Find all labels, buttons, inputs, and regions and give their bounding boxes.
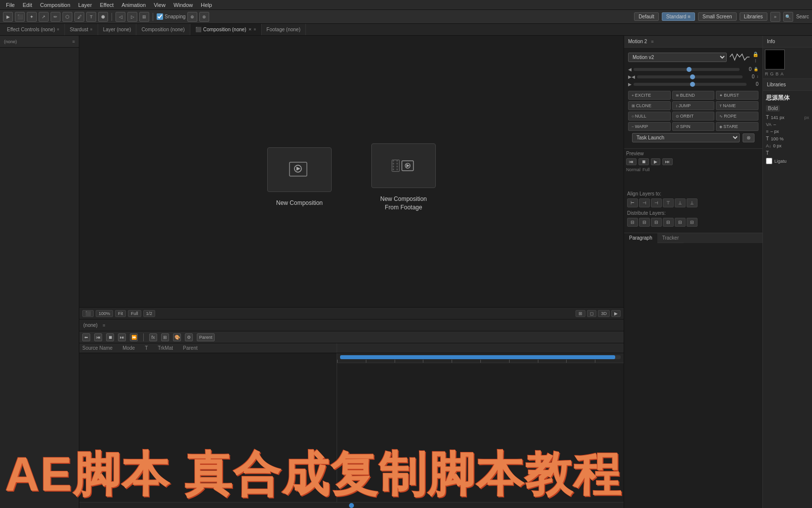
tl-btn-6[interactable]: fx — [149, 333, 157, 341]
tab-composition-close[interactable]: ✕ — [248, 27, 252, 32]
motion-btn-orbit[interactable]: ⊙ ORBIT — [672, 112, 715, 121]
tab-effect-controls[interactable]: Effect Controls (none) ≡ — [2, 24, 65, 35]
viewer-grid[interactable]: ⊞ — [576, 310, 585, 317]
toolbar-btn-10[interactable]: ◁ — [116, 12, 125, 22]
timeline-bottom-scroll[interactable] — [79, 502, 624, 508]
menu-composition[interactable]: Composition — [36, 0, 74, 9]
task-launch-clear-btn[interactable]: ⊗ — [743, 133, 754, 142]
motion-btn-burst[interactable]: ✦ BURST — [716, 91, 758, 100]
motion-btn-clone[interactable]: ⊞ CLONE — [628, 101, 671, 110]
motion-version-select[interactable]: Motion v2 — [628, 53, 727, 62]
tab-composition-none[interactable]: Composition (none) — [136, 24, 190, 35]
align-top[interactable]: ⊤ — [663, 198, 674, 207]
left-panel-menu[interactable]: ≡ — [72, 39, 75, 44]
tab-composition-menu[interactable]: ≡ — [254, 27, 256, 32]
dist-5[interactable]: ⊟ — [675, 218, 686, 227]
snapping-checkbox[interactable]: Snapping — [157, 13, 185, 20]
viewer-render[interactable]: ▶ — [611, 310, 621, 317]
slider-1-thumb[interactable] — [687, 67, 692, 72]
toolbar-btn-8[interactable]: T — [86, 12, 96, 22]
viewer-btn-1[interactable]: ⬛ — [82, 310, 94, 317]
viewer-btn-2[interactable]: 100% — [96, 310, 113, 317]
new-comp-from-footage-option[interactable]: New CompositionFrom Footage — [371, 143, 436, 212]
menu-view[interactable]: View — [150, 0, 170, 9]
tab-tracker[interactable]: Tracker — [657, 233, 684, 243]
menu-file[interactable]: File — [2, 0, 19, 9]
dist-4[interactable]: ⊟ — [663, 218, 674, 227]
viewer-btn-3[interactable]: Fit — [115, 310, 126, 317]
toolbar-btn-13[interactable]: ⊕ — [187, 12, 197, 22]
new-comp-footage-box[interactable] — [371, 143, 436, 188]
preview-btn-3[interactable]: ▶ — [651, 158, 660, 165]
motion-panel-tab[interactable]: Motion 2 ≡ — [624, 36, 762, 48]
toolbar-btn-5[interactable]: ✏ — [51, 12, 60, 22]
motion-btn-warp[interactable]: ~ WARP — [628, 122, 671, 131]
workspace-more[interactable]: » — [770, 12, 780, 22]
align-center-v[interactable]: ⊥ — [675, 198, 686, 207]
menu-effect[interactable]: Effect — [96, 0, 117, 9]
tl-btn-2[interactable]: ⏮ — [94, 333, 102, 341]
dist-6[interactable]: ⊟ — [687, 218, 697, 227]
menu-layer[interactable]: Layer — [74, 0, 96, 9]
libraries-tab[interactable]: Libraries — [763, 79, 812, 91]
comp-viewer[interactable]: New Composition — [79, 36, 624, 319]
slider-3-left[interactable]: ▶ — [628, 82, 632, 87]
workspace-small[interactable]: Small Screen — [698, 12, 736, 21]
dist-3[interactable]: ⊟ — [651, 218, 662, 227]
tl-btn-9[interactable]: ⚙ — [185, 333, 193, 341]
toolbar-btn-11[interactable]: ▷ — [127, 12, 137, 22]
tl-scrollbar-thumb[interactable] — [340, 355, 615, 359]
slider-1-left[interactable]: ◀ — [628, 67, 632, 72]
tl-btn-parent[interactable]: Parent — [197, 333, 215, 341]
tab-stardust[interactable]: Stardust ≡ — [65, 24, 98, 35]
toolbar-btn-6[interactable]: ⬡ — [62, 12, 72, 22]
motion-btn-stare[interactable]: ◈ STARE — [716, 122, 758, 131]
preview-btn-2[interactable]: ⏹ — [638, 158, 649, 165]
menu-animation[interactable]: Animation — [117, 0, 150, 9]
align-left[interactable]: ⊢ — [627, 198, 638, 207]
toolbar-btn-7[interactable]: 🖊 — [74, 12, 84, 22]
tl-scrollbar-track[interactable] — [340, 355, 621, 359]
menu-edit[interactable]: Edit — [19, 0, 36, 9]
tl-btn-1[interactable]: ⬅ — [82, 333, 90, 341]
tl-btn-3[interactable]: ⏹ — [106, 333, 114, 341]
motion-btn-name[interactable]: T NAME — [716, 101, 758, 110]
motion-btn-rope[interactable]: ∿ ROPE — [716, 112, 758, 121]
tl-btn-8[interactable]: 🎨 — [173, 333, 181, 341]
viewer-btn-5[interactable]: 1/2 — [143, 310, 156, 317]
viewer-safe[interactable]: ◻ — [587, 310, 596, 317]
align-right[interactable]: ⊣ — [651, 198, 662, 207]
slider-1-track[interactable] — [634, 68, 740, 71]
menu-help[interactable]: Help — [197, 0, 216, 9]
motion-btn-blend[interactable]: ≋ BLEND — [672, 91, 715, 100]
slider-3-track[interactable] — [634, 83, 747, 86]
preview-btn-4[interactable]: ⏭ — [662, 158, 673, 165]
toolbar-btn-3[interactable]: ✦ — [27, 12, 37, 22]
tl-btn-5[interactable]: ⏩ — [130, 333, 138, 341]
workspace-default[interactable]: Default — [634, 12, 659, 21]
viewer-3d[interactable]: 3D — [598, 310, 610, 317]
toolbar-btn-4[interactable]: ↗ — [39, 12, 49, 22]
tab-footage[interactable]: Footage (none) — [262, 24, 306, 35]
motion-btn-excite[interactable]: + EXCITE — [628, 91, 671, 100]
tab-composition-active[interactable]: ⬛ Composition (none) ✕ ≡ — [190, 24, 262, 35]
menu-window[interactable]: Window — [170, 0, 197, 9]
tl-btn-7[interactable]: ⊞ — [161, 333, 169, 341]
toolbar-btn-12[interactable]: ⊞ — [139, 12, 149, 22]
slider-2-track[interactable] — [637, 75, 743, 78]
new-comp-box[interactable] — [267, 147, 332, 192]
tab-stardust-menu[interactable]: ≡ — [90, 27, 93, 32]
tl-btn-4[interactable]: ⏭ — [118, 333, 126, 341]
align-center-h[interactable]: ⊣ — [639, 198, 650, 207]
motion-panel-menu[interactable]: ≡ — [651, 39, 653, 44]
dist-2[interactable]: ⊟ — [639, 218, 650, 227]
info-tab[interactable]: Info — [763, 36, 812, 48]
toolbar-btn-2[interactable]: ⬛ — [15, 12, 25, 22]
timeline-tab-menu[interactable]: ≡ — [103, 323, 105, 328]
workspace-libraries[interactable]: Libraries — [740, 12, 767, 21]
slider-3-thumb[interactable] — [690, 82, 695, 87]
tab-paragraph[interactable]: Paragraph — [624, 233, 657, 243]
workspace-standard[interactable]: Standard ≡ — [662, 12, 695, 21]
lib-ligature-checkbox[interactable] — [766, 158, 772, 164]
search-input-area[interactable]: Searc — [796, 14, 809, 19]
